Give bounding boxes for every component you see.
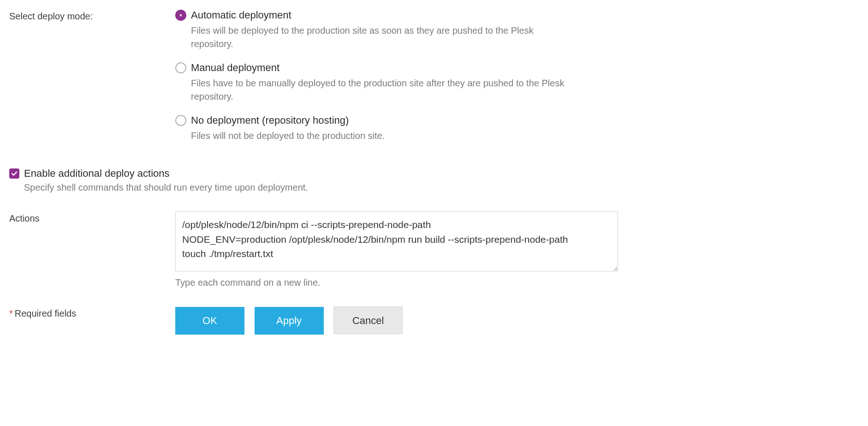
deploy-mode-option-desc: Files will not be deployed to the produc… xyxy=(191,129,569,143)
form-footer: *Required fields OK Apply Cancel xyxy=(9,306,859,335)
deploy-actions-checkbox-desc: Specify shell commands that should run e… xyxy=(24,182,859,193)
deploy-mode-options: Automatic deployment Files will be deplo… xyxy=(175,9,618,154)
radio-selected-icon[interactable] xyxy=(175,10,186,21)
required-star-icon: * xyxy=(9,308,13,318)
actions-textarea[interactable] xyxy=(175,211,618,271)
deploy-mode-option-automatic[interactable]: Automatic deployment Files will be deplo… xyxy=(175,9,618,51)
checkbox-checked-icon[interactable] xyxy=(9,168,19,179)
apply-button[interactable]: Apply xyxy=(255,307,324,335)
deploy-mode-option-title: Automatic deployment xyxy=(191,9,291,21)
deploy-mode-option-desc: Files will be deployed to the production… xyxy=(191,24,569,51)
actions-hint: Type each command on a new line. xyxy=(175,277,618,288)
actions-section: Actions Type each command on a new line. xyxy=(9,211,859,288)
deploy-mode-option-manual[interactable]: Manual deployment Files have to be manua… xyxy=(175,62,618,103)
ok-button[interactable]: OK xyxy=(175,307,244,335)
actions-label: Actions xyxy=(9,211,175,224)
deploy-actions-checkbox-row[interactable]: Enable additional deploy actions xyxy=(9,168,859,180)
deploy-mode-option-title: No deployment (repository hosting) xyxy=(191,114,349,126)
deploy-actions-checkbox-label: Enable additional deploy actions xyxy=(24,168,170,180)
deploy-mode-label: Select deploy mode: xyxy=(9,9,175,22)
deploy-mode-section: Select deploy mode: Automatic deployment… xyxy=(9,9,859,154)
cancel-button[interactable]: Cancel xyxy=(333,306,403,334)
radio-unselected-icon[interactable] xyxy=(175,115,186,126)
deploy-mode-option-none[interactable]: No deployment (repository hosting) Files… xyxy=(175,114,618,143)
deploy-mode-option-desc: Files have to be manually deployed to th… xyxy=(191,77,569,103)
required-fields-note: *Required fields xyxy=(9,306,175,319)
deploy-actions-checkbox-section: Enable additional deploy actions Specify… xyxy=(9,168,859,193)
required-fields-text: Required fields xyxy=(15,308,76,318)
radio-unselected-icon[interactable] xyxy=(175,62,186,73)
deploy-mode-option-title: Manual deployment xyxy=(191,62,279,74)
